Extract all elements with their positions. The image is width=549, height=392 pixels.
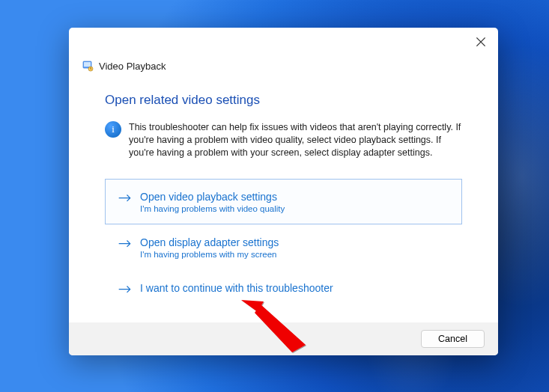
svg-rect-1 <box>84 62 91 67</box>
arrow-right-icon <box>118 237 133 251</box>
option-title: I want to continue with this troubleshoo… <box>140 281 333 295</box>
option-list: Open video playback settings I'm having … <box>105 179 462 307</box>
arrow-right-icon <box>118 192 133 205</box>
info-text: This troubleshooter can help fix issues … <box>129 121 462 159</box>
info-icon: i <box>105 121 121 138</box>
option-open-video-playback-settings[interactable]: Open video playback settings I'm having … <box>105 179 462 224</box>
option-subtitle: I'm having problems with video quality <box>140 204 285 213</box>
dialog-title: Video Playback <box>99 61 166 72</box>
cancel-button[interactable]: Cancel <box>421 330 485 348</box>
dialog-footer: Cancel <box>69 322 498 355</box>
option-title: Open display adapter settings <box>140 236 279 249</box>
dialog-title-row: Video Playback <box>69 28 498 72</box>
info-row: i This troubleshooter can help fix issue… <box>105 121 462 159</box>
troubleshooter-icon <box>82 60 94 72</box>
option-open-display-adapter-settings[interactable]: Open display adapter settings I'm having… <box>105 224 462 270</box>
option-subtitle: I'm having problems with my screen <box>140 250 279 259</box>
close-button[interactable] <box>474 35 488 49</box>
option-continue-troubleshooter[interactable]: I want to continue with this troubleshoo… <box>105 270 462 307</box>
page-heading: Open related video settings <box>105 93 462 108</box>
dialog-content: Open related video settings i This troub… <box>69 72 498 322</box>
arrow-right-icon <box>118 283 133 296</box>
option-title: Open video playback settings <box>140 190 285 203</box>
troubleshooter-dialog: Video Playback Open related video settin… <box>69 28 498 355</box>
